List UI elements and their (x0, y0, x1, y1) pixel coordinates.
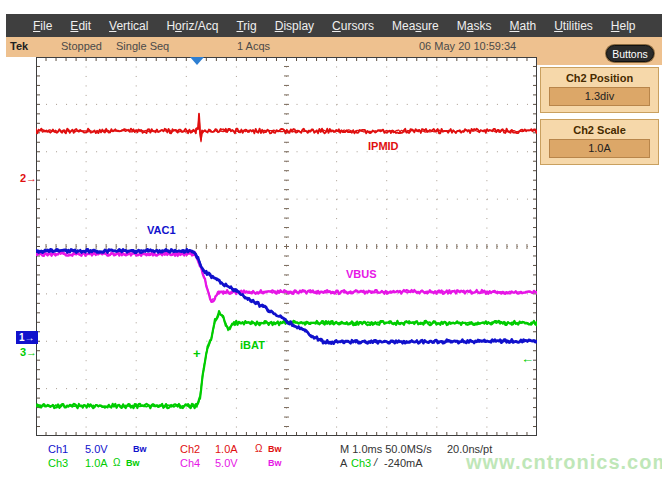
waveform-plot (36, 57, 537, 436)
menu-horiz-acq[interactable]: Horiz/Acq (157, 19, 227, 33)
ch3-ohm-badge: Ω (113, 457, 120, 468)
trace-label-ibat: iBAT (240, 339, 265, 351)
trigger-level-arrow[interactable]: ← (521, 353, 534, 365)
acquisition-state: Stopped (61, 40, 102, 52)
ch2-scale: 1.0A (215, 443, 238, 455)
ch4-scale: 5.0V (215, 457, 238, 469)
ch3-scale: 1.0A (85, 457, 108, 469)
ch2-label: Ch2 (180, 443, 200, 455)
ch2-position-value[interactable]: 1.3div (549, 87, 650, 106)
ch2-scale-title: Ch2 Scale (541, 124, 658, 136)
trace-label-vac1: VAC1 (147, 224, 176, 236)
trace-ipmid (36, 114, 537, 140)
trace-vac1 (36, 249, 537, 344)
menu-bar: FileEditVerticalHoriz/AcqTrigDisplayCurs… (6, 14, 662, 37)
acquisition-count: 1 Acqs (237, 40, 270, 52)
trigger-source: Ch3 (351, 457, 371, 469)
ch1-scale: 5.0V (85, 443, 108, 455)
menu-masks[interactable]: Masks (448, 19, 501, 33)
ch1-bandwidth-badge: Bw (133, 444, 147, 454)
trigger-level: -240mA (384, 457, 423, 469)
channel-1-marker[interactable]: 1→ (16, 331, 38, 344)
ch2-scale-value[interactable]: 1.0A (549, 139, 650, 158)
menu-edit[interactable]: Edit (61, 19, 100, 33)
ch2-ohm-badge: Ω (255, 443, 262, 454)
acquisition-mode: Single Seq (116, 40, 169, 52)
channel-2-marker[interactable]: 2→ (20, 172, 37, 185)
ch2-position-control: Ch2 Position 1.3div (540, 67, 659, 113)
ch1-label: Ch1 (48, 443, 68, 455)
trigger-position-marker[interactable] (190, 57, 204, 65)
datetime: 06 May 20 10:59:34 (419, 40, 516, 52)
ch3-bandwidth-badge: Bw (126, 458, 140, 468)
menu-vertical[interactable]: Vertical (100, 19, 157, 33)
timebase-readout: M 1.0ms 50.0MS/s (340, 443, 432, 455)
ch2-bandwidth-badge: Bw (268, 444, 282, 454)
menu-measure[interactable]: Measure (383, 19, 448, 33)
menu-help[interactable]: Help (602, 19, 645, 33)
tek-logo: Tek (10, 40, 28, 52)
trigger-prefix: A (340, 457, 347, 469)
ch2-scale-control: Ch2 Scale 1.0A (540, 119, 659, 165)
trigger-point-cross: + (193, 348, 201, 360)
buttons-button[interactable]: Buttons (606, 45, 654, 62)
trace-label-ipmid: IPMID (368, 140, 399, 152)
ch4-label: Ch4 (180, 457, 200, 469)
ch2-position-title: Ch2 Position (541, 72, 658, 84)
trace-label-vbus: VBUS (346, 268, 377, 280)
menu-math[interactable]: Math (500, 19, 545, 33)
channel-3-marker[interactable]: 3→ (20, 346, 37, 359)
waveform-display (36, 57, 537, 436)
menu-file[interactable]: File (24, 19, 61, 33)
watermark: www.cntronics.com (466, 451, 662, 474)
menu-utilities[interactable]: Utilities (545, 19, 602, 33)
trigger-slope-icon: / (374, 456, 377, 468)
menu-display[interactable]: Display (266, 19, 323, 33)
oscilloscope-screen: FileEditVerticalHoriz/AcqTrigDisplayCurs… (0, 0, 662, 477)
menu-trig[interactable]: Trig (227, 19, 265, 33)
menu-cursors[interactable]: Cursors (323, 19, 383, 33)
ch3-label: Ch3 (48, 457, 68, 469)
trace-vac1 (36, 250, 537, 343)
ch4-bandwidth-badge: Bw (268, 458, 282, 468)
